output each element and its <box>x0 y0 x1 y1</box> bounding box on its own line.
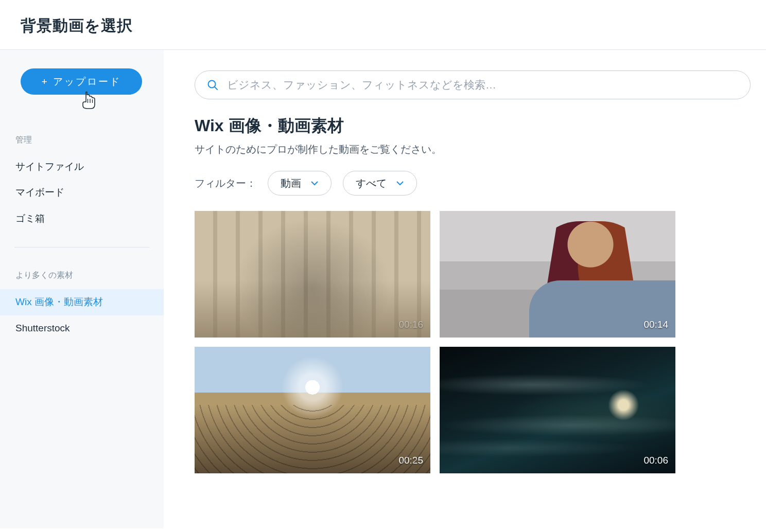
sidebar-item-trash[interactable]: ゴミ箱 <box>0 206 164 232</box>
chevron-down-icon <box>310 179 319 187</box>
video-thumbnail[interactable]: 00:14 <box>440 211 675 338</box>
search-input[interactable] <box>227 79 739 91</box>
svg-line-4 <box>215 87 217 90</box>
video-duration: 00:14 <box>643 319 668 330</box>
search-field[interactable] <box>195 70 751 99</box>
filter-bar: フィルター： 動画 すべて <box>195 171 766 196</box>
upload-button-label: + アップロード <box>42 75 121 88</box>
sidebar-item-my-board[interactable]: マイボード <box>0 180 164 205</box>
main-content: Wix 画像・動画素材 サイトのためにプロが制作した動画をご覧ください。 フィル… <box>164 50 766 528</box>
page-header: 背景動画を選択 <box>0 0 766 50</box>
search-icon <box>206 79 219 91</box>
video-duration: 00:06 <box>643 455 668 466</box>
filter-scope-select[interactable]: すべて <box>343 171 417 196</box>
sidebar-item-shutterstock[interactable]: Shutterstock <box>0 315 164 341</box>
pointer-cursor-icon <box>81 92 96 109</box>
filter-scope-value: すべて <box>356 176 387 190</box>
section-subtitle: サイトのためにプロが制作した動画をご覧ください。 <box>195 143 766 156</box>
sidebar-section-more-label: より多くの素材 <box>0 270 164 281</box>
video-thumbnail[interactable]: 00:16 <box>195 211 430 338</box>
upload-button[interactable]: + アップロード <box>21 68 142 95</box>
filter-type-select[interactable]: 動画 <box>268 171 332 196</box>
sidebar: + アップロード 管理 サイトファイル マイボード ゴミ箱 より多くの素材 Wi… <box>0 50 164 528</box>
page-title: 背景動画を選択 <box>21 15 745 37</box>
sidebar-item-site-files[interactable]: サイトファイル <box>0 154 164 180</box>
sidebar-divider <box>14 247 149 247</box>
video-duration: 00:25 <box>398 455 423 466</box>
filter-type-value: 動画 <box>281 176 301 190</box>
video-duration: 00:16 <box>398 319 423 330</box>
video-grid: 00:16 00:14 00:25 00:06 <box>195 211 766 473</box>
sidebar-section-manage-label: 管理 <box>0 135 164 146</box>
section-title: Wix 画像・動画素材 <box>195 115 766 137</box>
sidebar-item-wix-media[interactable]: Wix 画像・動画素材 <box>0 289 164 315</box>
filter-label: フィルター： <box>195 176 256 190</box>
chevron-down-icon <box>396 179 404 187</box>
video-thumbnail[interactable]: 00:25 <box>195 347 430 473</box>
video-thumbnail[interactable]: 00:06 <box>440 347 675 473</box>
